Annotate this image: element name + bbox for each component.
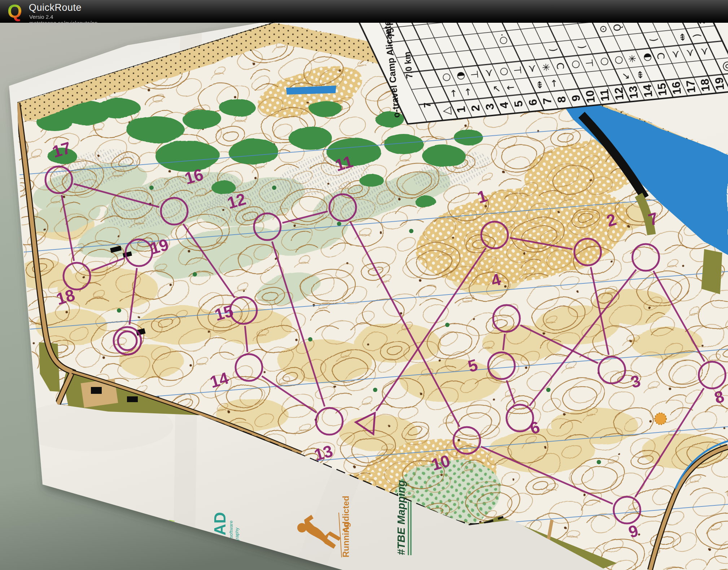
sheet-number-2: 2 (469, 104, 482, 112)
sheet-number-3: 3 (483, 103, 497, 110)
sheet-number-19: 19 (712, 77, 727, 91)
svg-text:#TBE Mapping: #TBE Mapping (395, 480, 407, 555)
sheet-start-symbol: △ (439, 106, 453, 116)
sheet-number-6: 6 (526, 99, 540, 106)
sheet-sym-d-11: ⊥ (583, 58, 595, 68)
sheet-sym-d-8: ✳ (540, 63, 552, 72)
sheet-number-12: 12 (612, 87, 626, 101)
sheet-finish-symbol: ◎ (719, 60, 728, 72)
sheet-number-8: 8 (555, 96, 569, 103)
titlebar: Q QuickRoute Versio 2.4 matstroeng.se/qu… (0, 0, 728, 23)
map-photo: 12345678910111213141516171819 o-travel C… (0, 0, 728, 570)
quickroute-logo-icon: Q (6, 2, 23, 21)
sheet-sym-d-4: ≺ (483, 69, 495, 78)
sheet-number-4: 4 (497, 101, 511, 109)
sheet-sym-d-6: ⊥ (511, 65, 523, 75)
sheet-sym-g-4: ↗ (491, 84, 502, 93)
sheet-sym-g-2: → (462, 87, 473, 96)
sheet-sym-c-14: Ǫ (611, 23, 623, 32)
sheet-number-18: 18 (698, 78, 712, 92)
sheet-number-13: 13 (626, 85, 640, 99)
app-version: Versio 2.4 (29, 14, 53, 20)
sheet-sym-d-15: ◑ (641, 52, 653, 62)
sheet-sym-c-6: ○· (497, 33, 509, 45)
sheet-sym-e-18: ⇹ (676, 32, 688, 42)
sheet-number-16: 16 (669, 81, 683, 95)
sheet-sym-d-18: ≺ (684, 48, 696, 58)
sheet-number-11: 11 (597, 88, 611, 102)
sheet-sym-g-5: ↑ (505, 83, 516, 92)
sheet-sym-d-12: ○ (597, 57, 609, 66)
sheet-number-5: 5 (512, 100, 525, 108)
sheet-number-1: 1 (454, 106, 468, 113)
sheet-sym-g-14: ⇹ (634, 70, 646, 79)
sheet-number-17: 17 (684, 79, 698, 93)
svg-text:Q: Q (8, 2, 22, 21)
sheet-sym-d-7: ≺ (526, 64, 538, 74)
sheet-sym-g-7: ⇹ (534, 80, 545, 89)
sheet-number-14: 14 (641, 84, 655, 98)
sheet-sym-d-19: ≺ (698, 47, 710, 56)
sheet-sym-d-16: Ɔ (655, 52, 667, 60)
sheet-sym-d-3: ⊥ (468, 70, 480, 79)
sheet-number-10: 10 (583, 90, 597, 104)
sheet-course-number: 7 (421, 102, 433, 108)
sheet-sym-d-14: ✳ (626, 54, 638, 64)
special-feature-orange (655, 413, 666, 425)
sheet-number-15: 15 (655, 82, 669, 96)
app-title: QuickRoute (29, 2, 82, 13)
sheet-number-7: 7 (540, 97, 554, 105)
sheet-sym-d-17: ≺ (669, 50, 681, 59)
sheet-sym-d-5: ○ (497, 67, 509, 77)
sheet-sym-g-13: ↙ (620, 71, 631, 81)
sheet-sym-d-9: Ɔ (554, 62, 566, 70)
sheet-sym-d-1: ○ (439, 73, 451, 82)
app-url: matstroeng.se/quickroute/en (29, 20, 97, 26)
svg-text:Addicted: Addicted (341, 496, 351, 533)
sheet-sym-d-13: ○ (612, 55, 624, 65)
sheet-sym-g-8: → (548, 79, 560, 88)
sheet-sym-c-13: ⊙ (597, 25, 609, 34)
sheet-number-9: 9 (569, 94, 583, 102)
sheet-sym-g-1: → (447, 89, 459, 98)
sheet-sym-d-10: ○ (569, 60, 581, 69)
quickroute-window: Q QuickRoute Versio 2.4 matstroeng.se/qu… (0, 0, 728, 570)
sheet-sym-d-2: ◑ (454, 71, 466, 81)
